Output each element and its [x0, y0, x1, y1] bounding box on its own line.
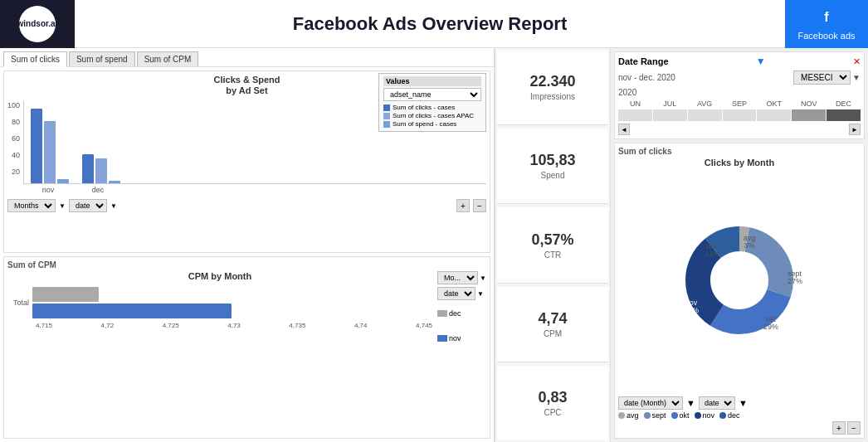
months-filter[interactable]: Months — [7, 199, 56, 212]
clicks-by-month-box: Sum of clicks Clicks by Month — [614, 143, 865, 439]
cpm-mo-filter: Mo... ▼ — [437, 271, 486, 284]
kpi-ctr-value: 0,57% — [531, 231, 573, 249]
year-label: 2020 — [618, 88, 861, 97]
clicks-date-month-select[interactable]: date (Month) — [618, 396, 683, 410]
bar-nov-2 — [44, 121, 56, 183]
hbar-label-total: Total — [7, 299, 32, 307]
legend-item-2: Sum of clicks - cases APAC — [383, 112, 481, 119]
clicks-legend-row: avg sept okt nov dec — [618, 411, 861, 420]
kpi-cpm-label: CPM — [544, 329, 562, 338]
x-labels: nov dec — [23, 184, 486, 196]
kpi-ctr-label: CTR — [544, 250, 562, 260]
kpi-ctr: 0,57% CTR — [497, 207, 608, 283]
header-title-area: Facebook Ads Overview Report — [75, 13, 785, 35]
date-range-box: Date Range ▼ ✕ nov - dec. 2020 MESECI ▼ … — [614, 51, 865, 139]
clicks-legend-sept-dot — [644, 412, 651, 419]
month-grid-cells — [618, 109, 861, 121]
kpi-cpc-value: 0,83 — [538, 389, 567, 406]
clicks-zoom-controls: + − — [618, 421, 861, 435]
cpm-date-select[interactable]: date — [437, 287, 475, 300]
cpm-date-filter-icon: ▼ — [477, 290, 484, 298]
chart-left: Clicks & Spend by Ad Set Values adset_na… — [0, 67, 494, 442]
clicks-legend-nov-dot — [695, 412, 701, 419]
tab-sum-spend[interactable]: Sum of spend — [69, 51, 135, 66]
logo: windsor.ai — [19, 6, 56, 42]
tab-sum-clicks[interactable]: Sum of clicks — [3, 51, 67, 67]
bar-dec-1 — [82, 154, 94, 183]
donut-center — [711, 252, 768, 308]
donut-pct-avg: 3% — [744, 241, 754, 250]
clicks-box-title: Sum of clicks — [618, 147, 861, 156]
main-content: Sum of clicks Sum of spend Sum of CPM Cl… — [0, 48, 868, 442]
bar-nov-3 — [57, 179, 69, 183]
scroll-right-btn[interactable]: ► — [849, 124, 861, 135]
donut-wrapper: avg 3% sept 27% okt 29% nov 30% dec 11% — [673, 222, 806, 340]
cpm-legend-dec-color — [437, 310, 447, 317]
tab-sum-cpm[interactable]: Sum of CPM — [137, 51, 199, 66]
clicks-zoom-in[interactable]: + — [832, 421, 846, 435]
donut-chart-area: avg 3% sept 27% okt 29% nov 30% dec 11% — [618, 168, 861, 395]
x-label-dec: dec — [80, 186, 116, 194]
date-filter[interactable]: date — [69, 199, 107, 212]
hbar-row-total: Total — [7, 287, 432, 318]
bar-group-nov — [31, 109, 69, 183]
hbar-dec — [32, 287, 99, 302]
chart-clicks-spend: Clicks & Spend by Ad Set Values adset_na… — [3, 70, 490, 253]
clicks-legend-dec: dec — [719, 411, 740, 420]
zoom-out-btn[interactable]: − — [473, 199, 486, 212]
clicks-legend-nov: nov — [695, 411, 715, 420]
clicks-legend-avg-dot — [618, 412, 625, 419]
clicks-legend-dec-dot — [719, 412, 726, 419]
kpi-cpc: 0,83 CPC — [497, 366, 608, 440]
close-date-icon[interactable]: ✕ — [853, 56, 861, 67]
kpi-spend: 105,83 Spend — [497, 129, 608, 204]
bar-nov-1 — [31, 109, 42, 183]
cpm-main: CPM by Month Total — [7, 271, 432, 329]
bar-dec-2 — [95, 158, 107, 183]
month-cell-okt[interactable] — [757, 109, 791, 121]
month-cell-sep[interactable] — [723, 109, 757, 121]
logo-text: windsor.ai — [17, 19, 58, 28]
cpm-month-select[interactable]: Mo... — [437, 271, 478, 284]
legend-field-select[interactable]: adset_name — [383, 88, 481, 101]
month-cell-jul[interactable] — [653, 109, 687, 121]
page-title: Facebook Ads Overview Report — [293, 13, 568, 35]
legend-color-3 — [383, 121, 390, 128]
right-panel: Date Range ▼ ✕ nov - dec. 2020 MESECI ▼ … — [611, 48, 868, 442]
month-scroll: ◄ ► — [618, 124, 861, 135]
cpm-right-controls: Mo... ▼ date ▼ — [432, 271, 486, 342]
month-cell-dec[interactable] — [827, 109, 861, 121]
cpm-mo-filter-icon: ▼ — [480, 274, 486, 282]
charts-area: Clicks & Spend by Ad Set Values adset_na… — [0, 67, 494, 442]
kpi-spend-value: 105,83 — [529, 152, 575, 169]
legend-color-1 — [383, 104, 390, 111]
months-filter-icon: ▼ — [59, 202, 66, 210]
date-range-title: Date Range — [618, 56, 669, 66]
clicks-zoom-out[interactable]: − — [847, 421, 861, 435]
donut-pct-okt: 29% — [763, 323, 778, 331]
cpm-chart-title: CPM by Month — [7, 271, 432, 282]
cpm-legend: dec nov — [437, 309, 486, 342]
filter-funnel-icon[interactable]: ▼ — [756, 56, 766, 67]
meseci-chevron: ▼ — [852, 73, 861, 82]
clicks-date-select[interactable]: date — [699, 396, 735, 410]
hbar-bars — [32, 287, 232, 318]
date-range-header: Date Range ▼ ✕ — [618, 56, 861, 67]
kpi-cpm-value: 4,74 — [538, 310, 567, 328]
donut-pct-dec: 11% — [705, 250, 720, 258]
month-cell-un[interactable] — [618, 109, 652, 121]
meseci-select[interactable]: MESECI — [793, 70, 851, 85]
month-cell-nov[interactable] — [792, 109, 826, 121]
legend-item-1: Sum of clicks - cases — [383, 104, 481, 111]
fb-badge: f Facebook ads — [785, 0, 868, 48]
hbar-chart: Total 4,7 — [7, 287, 432, 329]
zoom-in-btn[interactable]: + — [456, 199, 470, 212]
cpm-legend-nov-color — [437, 335, 447, 342]
month-grid-header: UN JUL AVG SEP OKT NOV DEC — [618, 100, 861, 108]
scroll-left-btn[interactable]: ◄ — [618, 124, 630, 135]
kpi-cpm: 4,74 CPM — [497, 287, 608, 362]
month-cell-avg[interactable] — [688, 109, 722, 121]
date-range-sub: nov - dec. 2020 MESECI ▼ — [618, 70, 861, 85]
kpi-panel: 22.340 Impressions 105,83 Spend 0,57% CT… — [495, 48, 611, 442]
kpi-impressions: 22.340 Impressions — [497, 50, 608, 125]
